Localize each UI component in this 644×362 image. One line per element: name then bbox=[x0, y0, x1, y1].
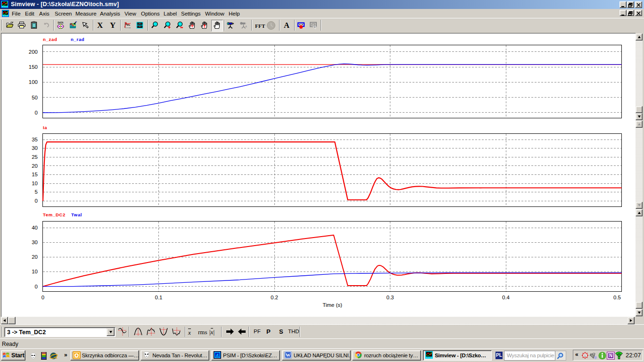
svg-text:0.4: 0.4 bbox=[502, 295, 510, 300]
svg-text:0: 0 bbox=[35, 284, 38, 289]
svg-text:0: 0 bbox=[35, 110, 38, 115]
svg-text:10: 10 bbox=[32, 269, 38, 274]
svg-text:DATA: DATA bbox=[58, 22, 64, 24]
svg-text:n_zad: n_zad bbox=[43, 37, 57, 42]
svg-text:20: 20 bbox=[32, 254, 38, 260]
svg-text:n_rad: n_rad bbox=[71, 37, 84, 42]
svg-text:Time (s): Time (s) bbox=[322, 302, 342, 308]
svg-text:0: 0 bbox=[35, 198, 38, 204]
svg-text:30: 30 bbox=[32, 239, 38, 245]
svg-text:25: 25 bbox=[32, 154, 38, 160]
svg-text:5: 5 bbox=[35, 189, 38, 195]
svg-text:Ia: Ia bbox=[43, 125, 47, 130]
svg-text:35: 35 bbox=[32, 137, 38, 142]
svg-text:Twal: Twal bbox=[71, 212, 82, 217]
svg-text:O: O bbox=[74, 353, 79, 358]
svg-text:0: 0 bbox=[41, 295, 44, 300]
svg-text:Tem_DC2: Tem_DC2 bbox=[43, 212, 66, 217]
svg-text:W: W bbox=[286, 353, 291, 358]
svg-text:15: 15 bbox=[32, 172, 38, 177]
svg-text:A: A bbox=[245, 25, 248, 28]
svg-text:0.3: 0.3 bbox=[387, 295, 394, 300]
svg-text:200: 200 bbox=[29, 49, 38, 55]
svg-text:0.2: 0.2 bbox=[271, 295, 278, 300]
svg-text:20: 20 bbox=[32, 163, 38, 169]
svg-text:N: N bbox=[609, 353, 612, 358]
svg-text:30: 30 bbox=[32, 145, 38, 151]
svg-text:150: 150 bbox=[29, 64, 38, 70]
svg-text:10: 10 bbox=[32, 181, 38, 186]
svg-text:40: 40 bbox=[32, 225, 38, 230]
svg-text:0.1: 0.1 bbox=[155, 295, 163, 300]
svg-text:0.5: 0.5 bbox=[613, 295, 621, 300]
svg-text:100: 100 bbox=[29, 79, 38, 85]
svg-text:50: 50 bbox=[32, 95, 38, 100]
